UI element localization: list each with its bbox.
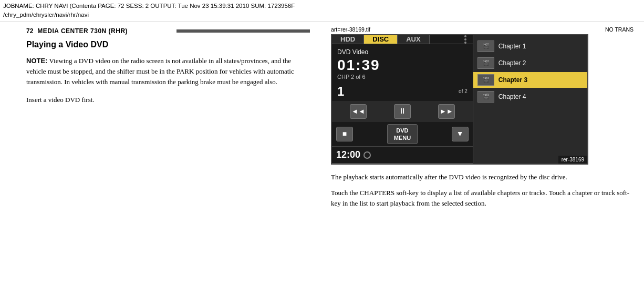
- section-header: 72 MEDIA CENTER 730N (RHR): [26, 27, 310, 35]
- chapter-thumb-1: 🎬: [477, 40, 494, 52]
- right-text-area: The playback starts automatically after …: [331, 170, 633, 209]
- note-block: NOTE: Viewing a DVD video on the radio s…: [26, 56, 310, 87]
- tab-bar: HDD DISC AUX: [332, 35, 473, 44]
- film-icon-3: 🎬: [483, 77, 489, 83]
- note-label: NOTE:: [26, 57, 47, 65]
- top-bar: JOBNAME: CHRY NAVI (Contenta PAGE: 72 SE…: [0, 0, 644, 22]
- chapter-label-2: Chapter 2: [498, 59, 526, 67]
- section-number: 72: [26, 27, 33, 35]
- tab-hdd[interactable]: HDD: [332, 35, 364, 44]
- pause-button[interactable]: ⏸: [394, 104, 411, 119]
- film-icon-2: 🎬: [483, 60, 489, 66]
- chapter-item-3[interactable]: 🎬 Chapter 3: [473, 72, 587, 88]
- insert-text: Insert a video DVD first.: [26, 95, 310, 105]
- track-number: 1: [337, 84, 344, 99]
- left-column: 72 MEDIA CENTER 730N (RHR) Playing a Vid…: [0, 22, 326, 218]
- section-title: MEDIA CENTER 730N (RHR): [37, 27, 171, 35]
- scroll-indicator: [461, 35, 470, 44]
- controls-row: ◄◄ ⏸ ►►: [332, 101, 473, 122]
- forward-button[interactable]: ►►: [438, 104, 455, 119]
- body-para-2: Touch the CHAPTERS soft-key to display a…: [331, 188, 633, 209]
- image-label-row: art=rer-38169.tif NO TRANS: [331, 26, 633, 33]
- note-text: Viewing a DVD video on the radio screen …: [26, 57, 294, 86]
- stop-button[interactable]: ■: [336, 127, 353, 141]
- dvd-menu-button[interactable]: DVDMENU: [387, 124, 418, 145]
- dvd-screen: HDD DISC AUX DVD Video: [331, 34, 588, 165]
- rewind-button[interactable]: ◄◄: [350, 104, 367, 119]
- tab-disc[interactable]: DISC: [364, 35, 398, 44]
- menu-row: ■ DVDMENU ▼: [332, 122, 473, 147]
- dvd-screen-container: HDD DISC AUX DVD Video: [331, 34, 588, 165]
- dvd-chapters-panel: 🎬 Chapter 1 🎬 Chapter 2 🎬: [473, 35, 587, 164]
- chapter-label-3: Chapter 3: [498, 76, 527, 84]
- track-area: 1 of 2: [332, 82, 473, 101]
- chapter-item-4[interactable]: 🎬 Chapter 4: [473, 89, 587, 105]
- jobname-line2: /chry_pdm/chrysler/navi/rhr/navi: [3, 11, 641, 19]
- time-display: 01:39: [337, 58, 468, 73]
- video-title: DVD Video: [337, 48, 468, 56]
- right-column: art=rer-38169.tif NO TRANS HDD DISC AUX: [326, 22, 644, 218]
- chapter-item-1[interactable]: 🎬 Chapter 1: [473, 38, 587, 54]
- jobname-line1: JOBNAME: CHRY NAVI (Contenta PAGE: 72 SE…: [3, 2, 641, 11]
- chp-info: CHP 2 of 6: [337, 74, 468, 80]
- softkey-bar: ≡ CHAPTERS VIDEO: [332, 163, 473, 164]
- clock-icon: [363, 151, 371, 159]
- body-para-1: The playback starts automatically after …: [331, 172, 633, 182]
- section-bar: [176, 29, 310, 33]
- tab-aux[interactable]: AUX: [398, 35, 429, 44]
- dvd-left-panel: HDD DISC AUX DVD Video: [332, 35, 473, 164]
- film-icon-4: 🎬: [483, 94, 489, 99]
- art-file-label: art=rer-38169.tif: [331, 26, 370, 33]
- tab-spacer: [430, 35, 473, 44]
- video-info: DVD Video 01:39 CHP 2 of 6: [332, 44, 473, 82]
- trans-label: NO TRANS: [605, 26, 633, 33]
- chapters-softkey[interactable]: ≡ CHAPTERS: [332, 164, 402, 164]
- scroll-down-button[interactable]: ▼: [452, 127, 469, 141]
- chapter-thumb-3: 🎬: [477, 74, 494, 86]
- film-icon-1: 🎬: [483, 43, 489, 49]
- chapter-item-2[interactable]: 🎬 Chapter 2: [473, 55, 587, 71]
- time-bar: 12:00: [332, 146, 473, 163]
- page-content: 72 MEDIA CENTER 730N (RHR) Playing a Vid…: [0, 22, 644, 218]
- video-softkey[interactable]: VIDEO: [402, 164, 472, 164]
- chapter-label-4: Chapter 4: [498, 93, 526, 100]
- chapter-label-1: Chapter 1: [498, 43, 526, 50]
- image-ref: rer-38169: [558, 156, 587, 164]
- chapter-thumb-2: 🎬: [477, 57, 494, 69]
- of-indicator: of 2: [459, 88, 468, 94]
- clock-time: 12:00: [336, 149, 360, 160]
- chapter-heading: Playing a Video DVD: [26, 40, 310, 49]
- chapter-thumb-4: 🎬: [477, 91, 494, 103]
